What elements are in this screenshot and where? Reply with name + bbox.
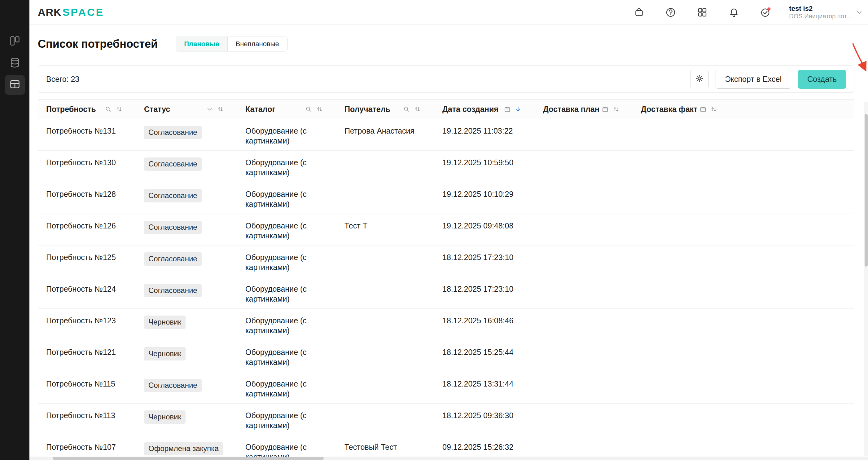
- sidebar-item-needs[interactable]: [5, 75, 25, 95]
- cell-status: Согласование: [136, 277, 237, 309]
- sort-icon[interactable]: [613, 106, 620, 113]
- logo-text-primary: ARK: [38, 6, 62, 18]
- search-icon[interactable]: [403, 106, 410, 113]
- sidebar-item-catalogs[interactable]: [5, 53, 25, 73]
- calendar-icon[interactable]: [504, 106, 511, 113]
- cell-need[interactable]: Потребность №124: [38, 277, 136, 309]
- status-badge: Черновик: [144, 316, 186, 329]
- cell-catalog: Оборудование (с картинками): [237, 119, 336, 150]
- sort-desc-icon[interactable]: [515, 106, 522, 113]
- create-button[interactable]: Создать: [798, 70, 846, 89]
- status-badge: Черновик: [144, 410, 186, 424]
- cell-created-date: 19.12.2025 10:59:50: [434, 151, 535, 182]
- cell-status: Согласование: [136, 246, 237, 277]
- cell-filler: [731, 119, 855, 150]
- cell-need[interactable]: Потребность №121: [38, 340, 136, 372]
- table-row[interactable]: Потребность №113 Черновик Оборудование (…: [38, 404, 855, 435]
- horizontal-scrollbar[interactable]: [29, 457, 868, 460]
- user-menu[interactable]: test is2 DOS Инициатор пот...: [789, 5, 851, 20]
- sort-icon[interactable]: [316, 106, 323, 113]
- cell-need[interactable]: Потребность №115: [38, 372, 136, 403]
- column-header-need[interactable]: Потребность: [38, 99, 136, 119]
- cell-need[interactable]: Потребность №126: [38, 214, 136, 245]
- help-icon[interactable]: [664, 6, 677, 19]
- bell-icon[interactable]: [728, 6, 740, 19]
- cell-catalog: Оборудование (с картинками): [237, 151, 336, 182]
- cell-delivery-plan: [535, 435, 632, 460]
- kanban-icon: [9, 35, 21, 48]
- cell-delivery-plan: [535, 309, 632, 340]
- cell-status: Согласование: [136, 119, 237, 150]
- table-row[interactable]: Потребность №126 Согласование Оборудован…: [38, 214, 855, 246]
- cell-filler: [731, 309, 855, 340]
- table-row[interactable]: Потребность №125 Согласование Оборудован…: [38, 246, 855, 277]
- table-row[interactable]: Потребность №130 Согласование Оборудован…: [38, 151, 855, 182]
- cell-need[interactable]: Потребность №123: [38, 309, 136, 340]
- column-header-delivery-plan[interactable]: Доставка план: [535, 99, 632, 119]
- table-row[interactable]: Потребность №123 Черновик Оборудование (…: [38, 309, 855, 340]
- cell-recipient: [336, 151, 434, 182]
- cell-need[interactable]: Потребность №128: [38, 182, 136, 213]
- cell-need[interactable]: Потребность №113: [38, 404, 136, 435]
- search-icon[interactable]: [305, 106, 312, 113]
- cell-filler: [731, 340, 855, 372]
- total-count: Всего: 23: [46, 75, 79, 84]
- user-name: test is2: [789, 5, 851, 13]
- chevron-down-icon[interactable]: [206, 106, 213, 113]
- chevron-down-icon[interactable]: [856, 9, 863, 16]
- cell-recipient: [336, 309, 434, 340]
- horizontal-scrollbar-thumb[interactable]: [53, 457, 324, 460]
- cell-delivery-plan: [535, 372, 632, 403]
- cell-delivery-plan: [535, 340, 632, 372]
- table-row[interactable]: Потребность №124 Согласование Оборудован…: [38, 277, 855, 309]
- table-row[interactable]: Потребность №115 Согласование Оборудован…: [38, 372, 855, 404]
- cell-catalog: Оборудование (с картинками): [237, 277, 336, 309]
- app-logo[interactable]: ARK SPACE: [38, 6, 104, 18]
- search-icon[interactable]: [105, 106, 112, 113]
- column-header-delivery-fact[interactable]: Доставка факт: [632, 99, 731, 119]
- cell-need[interactable]: Потребность №125: [38, 246, 136, 277]
- cell-need[interactable]: Потребность №107: [38, 435, 136, 460]
- vertical-scrollbar-thumb[interactable]: [865, 114, 868, 266]
- sort-icon[interactable]: [116, 106, 123, 113]
- table-row[interactable]: Потребность №107 Оформлена закупка Обору…: [38, 435, 855, 460]
- column-header-status[interactable]: Статус: [136, 99, 237, 119]
- apps-grid-icon[interactable]: [696, 6, 709, 19]
- vertical-scrollbar[interactable]: [864, 102, 868, 456]
- cell-catalog: Оборудование (с картинками): [237, 182, 336, 213]
- calendar-icon[interactable]: [700, 106, 707, 113]
- cell-status: Черновик: [136, 309, 237, 340]
- cell-recipient: [336, 404, 434, 435]
- column-header-recipient[interactable]: Получатель: [336, 99, 434, 119]
- cell-need[interactable]: Потребность №131: [38, 119, 136, 150]
- cell-filler: [731, 404, 855, 435]
- sort-icon[interactable]: [217, 106, 224, 113]
- status-badge: Согласование: [144, 252, 202, 266]
- tab-planned[interactable]: Плановые: [176, 37, 227, 51]
- table-row[interactable]: Потребность №128 Согласование Оборудован…: [38, 182, 855, 214]
- column-header-created[interactable]: Дата создания: [434, 99, 535, 119]
- topbar: ARK SPACE test is2 DOS Инициатор пот...: [29, 0, 868, 25]
- export-excel-button[interactable]: Экспорт в Excel: [716, 70, 791, 89]
- calendar-icon[interactable]: [601, 106, 609, 113]
- cell-delivery-fact: [632, 214, 731, 245]
- column-header-catalog[interactable]: Каталог: [237, 99, 336, 119]
- cell-need[interactable]: Потребность №130: [38, 151, 136, 182]
- notification-dot: [767, 7, 770, 10]
- cell-delivery-fact: [632, 372, 731, 403]
- cell-recipient: [336, 277, 434, 309]
- settings-button[interactable]: [690, 70, 709, 88]
- sidebar-item-boards[interactable]: [5, 32, 25, 52]
- sort-icon[interactable]: [710, 106, 717, 113]
- sort-icon[interactable]: [414, 106, 421, 113]
- table-row[interactable]: Потребность №131 Согласование Оборудован…: [38, 119, 855, 151]
- tab-unplanned[interactable]: Внеплановые: [227, 37, 287, 51]
- approvals-check-icon[interactable]: [759, 6, 772, 19]
- cell-status: Черновик: [136, 404, 237, 435]
- cell-catalog: Оборудование (с картинками): [237, 214, 336, 245]
- database-icon: [9, 56, 21, 70]
- left-rail: [0, 0, 29, 460]
- status-badge: Согласование: [144, 284, 202, 297]
- bag-icon[interactable]: [633, 6, 645, 19]
- table-row[interactable]: Потребность №121 Черновик Оборудование (…: [38, 340, 855, 372]
